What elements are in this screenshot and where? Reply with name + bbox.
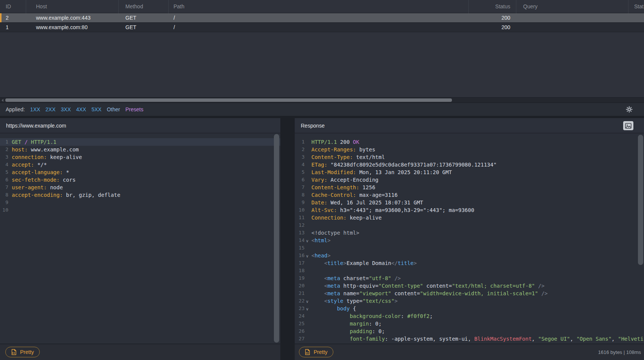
request-editor[interactable]: 1GET / HTTP/1.12host: www.example.com3co… bbox=[0, 133, 280, 344]
filter-4xx[interactable]: 4XX bbox=[76, 106, 86, 112]
code-line: 7Content-Length: 1256 bbox=[295, 184, 644, 191]
response-editor-scrollbar[interactable] bbox=[638, 135, 643, 265]
fold-toggle-icon[interactable]: v bbox=[305, 305, 311, 312]
response-size-info: 1616 bytes | 108ms bbox=[598, 349, 641, 355]
code-line: 1GET / HTTP/1.1 bbox=[0, 138, 280, 146]
filter-settings-button[interactable] bbox=[626, 106, 633, 113]
column-header-stat[interactable]: Stat bbox=[634, 0, 644, 13]
fold-gutter bbox=[305, 184, 311, 191]
pretty-label: Pretty bbox=[20, 349, 34, 355]
line-number: 9 bbox=[0, 199, 8, 206]
table-row[interactable]: 2www.example.com:443GET/200 bbox=[0, 13, 644, 23]
line-number: 6 bbox=[0, 176, 8, 184]
column-header-status[interactable]: Status bbox=[468, 0, 510, 13]
filter-3xx[interactable]: 3XX bbox=[61, 106, 71, 112]
cell-method: GET bbox=[125, 23, 136, 32]
line-number: 5 bbox=[0, 168, 8, 176]
column-divider[interactable] bbox=[628, 0, 628, 13]
line-number: 11 bbox=[295, 214, 305, 221]
fold-gutter bbox=[305, 199, 311, 206]
line-number: 22 bbox=[295, 297, 305, 305]
code-line: 4ETag: "84238dfc8092e5d9c0dac8ef93371a07… bbox=[295, 161, 644, 168]
fold-gutter bbox=[305, 206, 311, 214]
line-number: 2 bbox=[295, 146, 305, 153]
code-line: 23v body { bbox=[295, 305, 644, 312]
code-line: 6Vary: Accept-Encoding bbox=[295, 176, 644, 184]
cell-status: 200 bbox=[468, 13, 510, 23]
code-line: 17 <title>Example Domain</title> bbox=[295, 259, 644, 267]
fold-toggle-icon[interactable]: v bbox=[305, 297, 311, 305]
fold-gutter bbox=[305, 229, 311, 237]
line-number: 17 bbox=[295, 259, 305, 267]
filter-presets[interactable]: Presets bbox=[125, 106, 143, 112]
table-horizontal-scrollbar[interactable] bbox=[0, 97, 644, 103]
response-title: Response bbox=[301, 123, 325, 129]
column-divider[interactable] bbox=[168, 0, 169, 13]
applied-label: Applied: bbox=[6, 106, 25, 112]
cell-id: 1 bbox=[6, 23, 9, 32]
fold-gutter bbox=[305, 168, 311, 176]
filter-other[interactable]: Other bbox=[107, 106, 120, 112]
line-number: 19 bbox=[295, 274, 305, 282]
fold-gutter bbox=[305, 138, 311, 146]
column-divider[interactable] bbox=[26, 0, 26, 13]
code-line: 5accept-language: * bbox=[0, 168, 280, 176]
code-file-icon bbox=[11, 349, 17, 355]
code-line: 2host: www.example.com bbox=[0, 146, 280, 153]
code-line: 19 <meta charset="utf-8" /> bbox=[295, 274, 644, 282]
fold-gutter bbox=[305, 214, 311, 221]
fold-gutter bbox=[305, 267, 311, 274]
line-number: 24 bbox=[295, 312, 305, 320]
request-pretty-button[interactable]: Pretty bbox=[5, 347, 40, 357]
image-icon bbox=[625, 123, 631, 129]
response-editor[interactable]: 1HTTP/1.1 200 OK2Accept-Ranges: bytes3Co… bbox=[295, 133, 644, 344]
column-header-method[interactable]: Method bbox=[125, 0, 143, 13]
table-row[interactable]: 1www.example.com:80GET/200 bbox=[0, 23, 644, 32]
code-line: 9 bbox=[0, 199, 280, 206]
code-line: 5Last-Modified: Mon, 13 Jan 2025 20:11:2… bbox=[295, 168, 644, 176]
column-header-query[interactable]: Query bbox=[523, 0, 538, 13]
column-divider[interactable] bbox=[516, 0, 516, 13]
fold-toggle-icon[interactable]: v bbox=[305, 237, 311, 244]
line-number: 4 bbox=[295, 161, 305, 168]
column-divider[interactable] bbox=[118, 0, 119, 13]
filter-2xx[interactable]: 2XX bbox=[45, 106, 55, 112]
cell-host: www.example.com:80 bbox=[36, 23, 88, 32]
fold-gutter bbox=[305, 176, 311, 184]
response-pretty-button[interactable]: Pretty bbox=[299, 347, 333, 357]
code-line: 8Cache-Control: max-age=3116 bbox=[295, 191, 644, 199]
arrow-left-icon[interactable] bbox=[2, 99, 3, 102]
response-pane: Response 1HTTP/1.1 200 OK2Accept-Ranges:… bbox=[295, 118, 644, 360]
code-line: 11Connection: keep-alive bbox=[295, 214, 644, 221]
code-line: 20 <meta http-equiv="Content-type" conte… bbox=[295, 282, 644, 290]
filter-5xx[interactable]: 5XX bbox=[91, 106, 101, 112]
request-url-title: https://www.example.com bbox=[6, 123, 66, 129]
code-line: 27 font-family: -apple-system, system-ui… bbox=[295, 335, 644, 343]
code-line: 1HTTP/1.1 200 OK bbox=[295, 138, 644, 146]
line-number: 5 bbox=[295, 168, 305, 176]
code-line: 21 <meta name="viewport" content="width=… bbox=[295, 290, 644, 297]
column-header-path[interactable]: Path bbox=[174, 0, 184, 13]
filter-1xx[interactable]: 1XX bbox=[30, 106, 40, 112]
table-body: 2www.example.com:443GET/2001www.example.… bbox=[0, 13, 644, 32]
request-toolbar: Pretty bbox=[0, 344, 280, 360]
column-header-host[interactable]: Host bbox=[36, 0, 47, 13]
scrollbar-thumb[interactable] bbox=[5, 98, 452, 102]
fold-gutter bbox=[305, 274, 311, 282]
line-number: 14 bbox=[295, 237, 305, 244]
code-line: 9Date: Wed, 16 Jul 2025 18:07:31 GMT bbox=[295, 199, 644, 206]
code-line: 3Content-Type: text/html bbox=[295, 153, 644, 161]
line-number: 7 bbox=[295, 184, 305, 191]
table-header: IDHostMethodPathStatusQueryStat bbox=[0, 0, 644, 13]
column-header-id[interactable]: ID bbox=[6, 0, 11, 13]
code-line: 12 bbox=[295, 221, 644, 229]
request-editor-scrollbar[interactable] bbox=[274, 134, 279, 343]
fold-gutter bbox=[305, 221, 311, 229]
code-line: 15 bbox=[295, 244, 644, 252]
fold-toggle-icon[interactable]: v bbox=[305, 252, 311, 259]
fold-gutter bbox=[305, 312, 311, 320]
line-number: 23 bbox=[295, 305, 305, 312]
code-line: 14v<html> bbox=[295, 237, 644, 244]
code-line: 25 margin: 0; bbox=[295, 320, 644, 327]
response-preview-button[interactable] bbox=[623, 121, 633, 130]
